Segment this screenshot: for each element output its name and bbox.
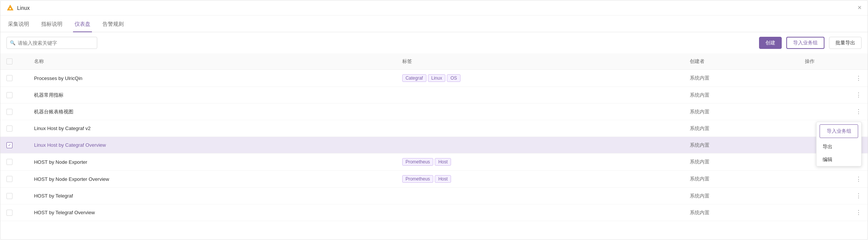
tag: OS — [447, 74, 460, 82]
row-tags — [396, 188, 684, 204]
tab-metrics[interactable]: 指标说明 — [40, 16, 64, 32]
row-creator: 系统内置 — [684, 104, 799, 120]
tab-bar: 采集说明 指标说明 仪表盘 告警规则 — [0, 16, 868, 32]
more-actions-icon[interactable]: ⋮ — [856, 209, 862, 216]
toolbar: 🔍 创建 导入业务组 批量导出 — [0, 32, 868, 53]
more-actions-icon[interactable]: ⋮ — [856, 75, 862, 82]
table-wrapper: 名称 标签 创建者 操作 Processes by UlricQinCategr… — [0, 53, 868, 221]
row-creator: 系统内置 — [684, 120, 799, 137]
row-actions: ⋮ — [799, 188, 868, 204]
table-row: ✓Linux Host by Categraf Overview系统内置⋮ — [0, 137, 868, 154]
table-row: 机器台账表格视图系统内置⋮ — [0, 104, 868, 120]
tag: Linux — [428, 74, 446, 82]
row-name[interactable]: Processes by UlricQin — [28, 70, 396, 87]
row-tags — [396, 137, 684, 154]
row-name[interactable]: HOST by Telegraf Overview — [28, 204, 396, 221]
row-name[interactable]: HOST by Telegraf — [28, 188, 396, 204]
window-title: Linux — [17, 5, 30, 11]
header-name: 名称 — [28, 53, 396, 70]
row-creator: 系统内置 — [684, 70, 799, 87]
search-box: 🔍 — [6, 37, 97, 49]
tab-collect[interactable]: 采集说明 — [6, 16, 31, 32]
row-creator: 系统内置 — [684, 204, 799, 221]
row-tags — [396, 87, 684, 104]
row-checkbox[interactable] — [6, 210, 12, 216]
row-actions: ⋮ — [799, 87, 868, 104]
row-actions: ⋮ — [799, 204, 868, 221]
main-window: Linux × 采集说明 指标说明 仪表盘 告警规则 🔍 创建 导入业务组 批量… — [0, 0, 868, 240]
title-bar: Linux × — [0, 0, 868, 16]
dropdown-export[interactable]: 导出 — [817, 140, 861, 153]
table-row: HOST by Telegraf系统内置⋮ — [0, 188, 868, 204]
row-tags — [396, 204, 684, 221]
row-checkbox[interactable] — [6, 75, 12, 81]
more-actions-icon[interactable]: ⋮ — [856, 108, 862, 115]
row-actions: ⋮ — [799, 70, 868, 87]
table-row: Linux Host by Categraf v2系统内置⋮ — [0, 120, 868, 137]
row-tags: PrometheusHost — [396, 154, 684, 171]
row-tags — [396, 104, 684, 120]
row-name[interactable]: 机器台账表格视图 — [28, 104, 396, 120]
search-input[interactable] — [18, 40, 94, 46]
row-tags: PrometheusHost — [396, 171, 684, 188]
table-row: 机器常用指标系统内置⋮ — [0, 87, 868, 104]
row-creator: 系统内置 — [684, 137, 799, 154]
tab-alert[interactable]: 告警规则 — [101, 16, 125, 32]
table-row: HOST by Telegraf Overview系统内置⋮ — [0, 204, 868, 221]
row-checkbox[interactable]: ✓ — [6, 142, 12, 148]
row-actions: ⋮ — [799, 171, 868, 188]
row-name[interactable]: Linux Host by Categraf v2 — [28, 120, 396, 137]
row-checkbox[interactable] — [6, 159, 12, 165]
header-actions: 操作 — [799, 53, 868, 70]
table-row: HOST by Node Exporter OverviewPrometheus… — [0, 171, 868, 188]
header-check — [0, 53, 28, 70]
dropdown-edit[interactable]: 编辑 — [817, 153, 861, 166]
batch-export-button[interactable]: 批量导出 — [829, 37, 862, 49]
dashboard-table: 名称 标签 创建者 操作 Processes by UlricQinCategr… — [0, 53, 868, 221]
row-creator: 系统内置 — [684, 154, 799, 171]
row-creator: 系统内置 — [684, 171, 799, 188]
table-row: HOST by Node ExporterPrometheusHost系统内置⋮ — [0, 154, 868, 171]
tag: Host — [435, 158, 451, 166]
header-tags: 标签 — [396, 53, 684, 70]
tag: Prometheus — [402, 158, 434, 166]
tag: Prometheus — [402, 175, 434, 183]
row-checkbox[interactable] — [6, 92, 12, 98]
row-name[interactable]: Linux Host by Categraf Overview — [28, 137, 396, 154]
tag: Categraf — [402, 74, 426, 82]
close-button[interactable]: × — [857, 4, 862, 11]
more-actions-icon[interactable]: ⋮ — [856, 193, 862, 199]
select-all-checkbox[interactable] — [6, 58, 12, 64]
row-name[interactable]: HOST by Node Exporter — [28, 154, 396, 171]
row-tags — [396, 120, 684, 137]
more-actions-icon[interactable]: ⋮ — [856, 176, 862, 182]
row-checkbox[interactable] — [6, 125, 12, 132]
row-checkbox[interactable] — [6, 109, 12, 115]
row-creator: 系统内置 — [684, 87, 799, 104]
dropdown-import-business[interactable]: 导入业务组 — [820, 124, 858, 138]
row-dropdown-menu: 导入业务组 导出 编辑 — [816, 122, 862, 166]
header-creator: 创建者 — [684, 53, 799, 70]
row-actions: ⋮ — [799, 104, 868, 120]
row-creator: 系统内置 — [684, 188, 799, 204]
svg-point-1 — [9, 8, 11, 9]
table-row: Processes by UlricQinCategrafLinuxOS系统内置… — [0, 70, 868, 87]
tab-dashboard[interactable]: 仪表盘 — [73, 16, 92, 32]
import-button[interactable]: 导入业务组 — [786, 37, 824, 49]
row-name[interactable]: 机器常用指标 — [28, 87, 396, 104]
row-checkbox[interactable] — [6, 176, 12, 182]
create-button[interactable]: 创建 — [759, 37, 782, 49]
tag: Host — [435, 175, 451, 183]
row-tags: CategrafLinuxOS — [396, 70, 684, 87]
search-icon: 🔍 — [10, 40, 16, 45]
row-checkbox[interactable] — [6, 193, 12, 199]
more-actions-icon[interactable]: ⋮ — [856, 92, 862, 98]
row-name[interactable]: HOST by Node Exporter Overview — [28, 171, 396, 188]
app-logo — [6, 4, 14, 12]
